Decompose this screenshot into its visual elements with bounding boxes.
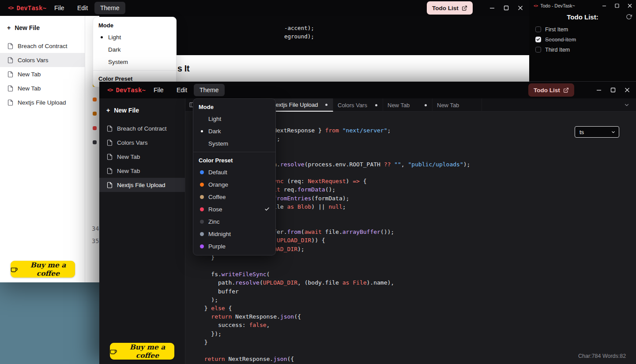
code-fragment: -accent);: [284, 25, 314, 31]
tab-new-tab-1[interactable]: New Tab: [383, 98, 433, 112]
app-name: DevTask~: [16, 4, 46, 11]
preset-coffee[interactable]: Coffee: [193, 191, 275, 203]
todo-item-label: Second Item: [545, 37, 576, 43]
document-icon: [106, 125, 113, 132]
menu-file[interactable]: File: [148, 84, 169, 96]
theme-menu-light: Mode Light Dark System Color Preset: [93, 17, 177, 87]
file-item[interactable]: Colors Vars: [99, 135, 185, 150]
color-swatch: [93, 112, 97, 116]
mode-section-label: Mode: [93, 19, 176, 31]
preset-midnight[interactable]: Midnight: [193, 228, 275, 240]
file-item[interactable]: Breach of Contract: [0, 39, 85, 53]
menu-option-label: Dark: [108, 46, 121, 53]
todo-list-button[interactable]: Todo List: [528, 83, 574, 97]
todo-list-button-label: Todo List: [534, 87, 560, 94]
menu-theme[interactable]: Theme: [194, 84, 225, 96]
preset-label: Rose: [208, 206, 222, 213]
preset-color-dot: [200, 244, 204, 248]
checkbox-unchecked[interactable]: [535, 26, 541, 32]
menu-option-light[interactable]: Light: [93, 31, 176, 43]
preset-label: Coffee: [208, 194, 226, 200]
preset-label: Orange: [208, 181, 228, 188]
language-select[interactable]: ts: [575, 126, 619, 138]
code-line: return NextResponse.json({: [197, 355, 470, 363]
code-line: path.resolve(UPLOAD_DIR, (body.file as F…: [197, 278, 470, 287]
unsaved-dot-icon: [375, 104, 377, 106]
document-icon: [106, 168, 113, 174]
menu-option-dark[interactable]: Dark: [193, 125, 275, 137]
todo-item-done[interactable]: Second Item: [535, 34, 632, 45]
preset-zinc[interactable]: Zinc: [193, 215, 275, 228]
plus-icon: +: [7, 24, 11, 31]
selected-indicator-dot: [201, 130, 203, 132]
menu-edit[interactable]: Edit: [72, 2, 94, 14]
app-logo: <> DevTask~: [107, 82, 146, 98]
code-line: success: false,: [197, 321, 470, 329]
menu-option-light[interactable]: Light: [193, 113, 275, 125]
minimize-button[interactable]: [592, 82, 606, 98]
preset-orange[interactable]: Orange: [193, 178, 275, 191]
file-list: Breach of Contract Colors Vars New Tab N…: [0, 39, 85, 109]
buy-me-a-coffee-button[interactable]: Buy me a coffee: [11, 261, 75, 278]
app-name: DevTask~: [116, 86, 145, 94]
file-item[interactable]: New Tab: [0, 81, 85, 95]
window-controls: [485, 0, 527, 16]
menu-option-dark[interactable]: Dark: [93, 43, 176, 56]
checkbox-checked[interactable]: [535, 37, 541, 42]
buy-me-a-coffee-button[interactable]: Buy me a coffee: [110, 343, 174, 360]
file-item-selected[interactable]: Nextjs File Upload: [99, 178, 185, 192]
file-item-selected[interactable]: Colors Vars: [0, 53, 85, 67]
todo-list-button-label: Todo List: [432, 5, 459, 11]
menu-option-system[interactable]: System: [93, 56, 176, 68]
preset-purple[interactable]: Purple: [193, 240, 275, 252]
dark-window: <> DevTask~ File Edit Theme Todo List Ne…: [99, 82, 636, 364]
file-item[interactable]: New Tab: [99, 150, 185, 164]
file-item[interactable]: Nextjs File Upload: [0, 95, 85, 109]
color-swatch: [93, 98, 97, 101]
light-sidebar: + New File Breach of Contract Colors Var…: [0, 16, 85, 282]
file-item[interactable]: New Tab: [0, 67, 85, 81]
preset-color-dot: [200, 207, 204, 211]
todo-window-title: Todo - DevTask~: [540, 3, 575, 8]
maximize-button[interactable]: [610, 0, 623, 11]
file-item-label: New Tab: [18, 85, 41, 92]
tab-colors-vars[interactable]: Colors Vars: [333, 98, 383, 112]
tab-label: Nextjs File Upload: [271, 101, 318, 108]
preset-color-dot: [200, 220, 204, 224]
unsaved-dot-icon: [325, 104, 327, 106]
maximize-button[interactable]: [606, 82, 620, 98]
close-button[interactable]: [623, 0, 636, 11]
new-file-button[interactable]: + New File: [99, 103, 185, 118]
file-item[interactable]: New Tab: [99, 164, 185, 178]
preset-default[interactable]: Default: [193, 166, 275, 178]
new-file-button[interactable]: + New File: [0, 20, 85, 35]
close-button[interactable]: [620, 82, 634, 98]
minimize-button[interactable]: [598, 0, 610, 11]
checkbox-unchecked[interactable]: [535, 47, 541, 53]
document-icon: [106, 139, 113, 146]
menu-file[interactable]: File: [49, 2, 70, 14]
chevron-down-icon[interactable]: [624, 102, 630, 108]
maximize-button[interactable]: [499, 0, 513, 16]
document-icon: [7, 71, 14, 78]
todo-list-button[interactable]: Todo List: [427, 1, 473, 15]
menu-option-system[interactable]: System: [193, 137, 275, 150]
file-item-label: Breach of Contract: [18, 43, 68, 49]
document-icon: [106, 154, 113, 160]
todo-item[interactable]: First Item: [535, 24, 632, 34]
refresh-icon[interactable]: [626, 14, 632, 20]
preset-label: Zinc: [208, 218, 220, 225]
close-button[interactable]: [513, 0, 527, 16]
language-select-value: ts: [580, 129, 584, 135]
tab-new-tab-2[interactable]: New Tab: [433, 98, 482, 112]
document-icon: [7, 99, 14, 106]
buy-me-a-coffee-label: Buy me a coffee: [120, 343, 174, 360]
todo-item[interactable]: Third Item: [535, 45, 632, 55]
menu-theme[interactable]: Theme: [94, 2, 125, 14]
file-item[interactable]: Breach of Contract: [99, 121, 185, 135]
tab-label: New Tab: [437, 102, 459, 109]
code-brackets-icon: <>: [107, 87, 113, 93]
preset-rose[interactable]: Rose: [193, 203, 275, 215]
menu-edit[interactable]: Edit: [171, 84, 193, 96]
minimize-button[interactable]: [485, 0, 499, 16]
